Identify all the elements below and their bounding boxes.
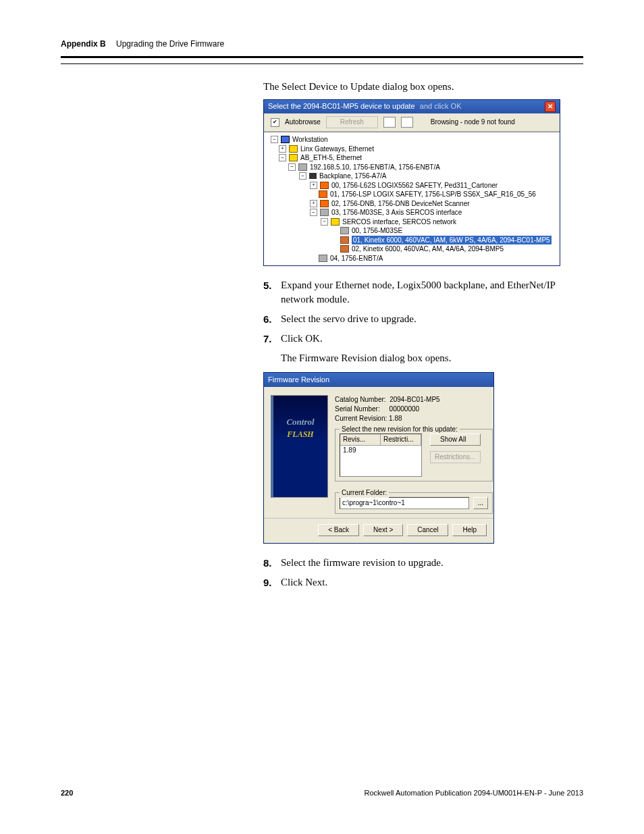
dialog-toolbar: ✔ Autobrowse Refresh Browsing - node 9 n… <box>264 113 560 132</box>
step-number: 9. <box>263 575 281 590</box>
tree-node[interactable]: −192.168.5.10, 1756-ENBT/A, 1756-ENBT/A <box>271 163 558 172</box>
folder-path: c:\progra~1\contro~1 <box>340 497 469 509</box>
tree-node-selected[interactable]: 01, Kinetix 6000, 460VAC, IAM, 6kW PS, 4… <box>271 236 558 245</box>
page-header: Appendix B Upgrading the Drive Firmware <box>61 37 583 70</box>
back-button[interactable]: < Back <box>318 524 359 536</box>
catalog-line: Catalog Number: 2094-BC01-MP5 <box>335 395 493 405</box>
step-text: Click OK. <box>281 332 323 346</box>
currev-line: Current Revision: 1.88 <box>335 414 493 423</box>
device-tree: −Workstation +Linx Gateways, Ethernet −A… <box>264 132 560 265</box>
step-text: Click Next. <box>281 575 327 590</box>
tree-node[interactable]: +02, 1756-DNB, 1756-DNB DeviceNet Scanne… <box>271 199 558 209</box>
controlflash-logo: Control FLASH <box>271 395 328 498</box>
current-folder-group: Current Folder: c:\progra~1\contro~1 ... <box>335 492 493 514</box>
appendix-label: Appendix B <box>61 39 106 49</box>
header-title: Upgrading the Drive Firmware <box>116 39 224 49</box>
restrictions-button: Restrictions... <box>430 451 481 463</box>
tree-node[interactable]: 00, 1756-M03SE <box>271 226 558 236</box>
page-number: 220 <box>61 789 73 797</box>
revision-item[interactable]: 1.89 <box>340 446 421 455</box>
firmware-revision-dialog: Firmware Revision Control FLASH Catalog … <box>263 372 494 544</box>
tree-node[interactable]: −AB_ETH-5, Ethernet <box>271 153 558 163</box>
dialog-titlebar: Select the 2094-BC01-MP5 device to updat… <box>264 100 560 113</box>
help-button[interactable]: Help <box>452 524 487 536</box>
select-device-dialog: Select the 2094-BC01-MP5 device to updat… <box>263 99 560 266</box>
title-bold: Select the 2094-BC01-MP5 device to updat… <box>268 102 415 110</box>
tree-node[interactable]: −SERCOS interface, SERCOS network <box>271 217 558 227</box>
tree-node[interactable]: 01, 1756-LSP LOGIX SAFETY, 1756-LSP/B SS… <box>271 190 558 199</box>
page-footer: 220 Rockwell Automation Publication 2094… <box>61 789 583 797</box>
list-icon[interactable] <box>383 117 396 128</box>
tree-node[interactable]: +00, 1756-L62S LOGIX5562 SAFETY, Ped311_… <box>271 181 558 190</box>
step-number: 6. <box>263 312 281 326</box>
cancel-button[interactable]: Cancel <box>407 524 448 536</box>
dialog-intro-1: The Select Device to Update dialog box o… <box>263 80 563 94</box>
revision-list[interactable]: Revis... Restricti... 1.89 <box>340 434 422 477</box>
tree-node[interactable]: 04, 1756-ENBT/A <box>271 254 558 263</box>
tree-node[interactable]: −Backplane, 1756-A7/A <box>271 172 558 181</box>
browse-button[interactable]: ... <box>473 497 488 509</box>
step-number: 8. <box>263 556 281 570</box>
step-number: 5. <box>263 278 281 307</box>
dialog-titlebar: Firmware Revision <box>264 373 493 387</box>
autobrowse-checkbox[interactable]: ✔ <box>271 118 279 127</box>
autobrowse-label: Autobrowse <box>285 118 321 127</box>
select-revision-group: Select the new revision for this update:… <box>335 429 493 481</box>
tree-node-workstation[interactable]: −Workstation <box>271 135 558 145</box>
tree-node[interactable]: −03, 1756-M03SE, 3 Axis SERCOS interface <box>271 208 558 217</box>
step-text: Expand your Ethernet node, Logix5000 bac… <box>281 278 563 307</box>
step-text: Select the firmware revision to upgrade. <box>281 556 444 570</box>
publication-line: Rockwell Automation Publication 2094-UM0… <box>365 789 583 797</box>
next-button[interactable]: Next > <box>363 524 403 536</box>
close-icon[interactable]: ✕ <box>545 101 556 112</box>
title-rest: and click OK <box>418 102 462 110</box>
tree-node[interactable]: 02, Kinetix 6000, 460VAC, AM, 4A/6A, 209… <box>271 244 558 254</box>
serial-line: Serial Number: 00000000 <box>335 405 493 414</box>
dialog-intro-2: The Firmware Revision dialog box opens. <box>281 351 563 365</box>
dialog-button-row: < Back Next > Cancel Help <box>264 519 493 543</box>
tree-node[interactable]: +Linx Gateways, Ethernet <box>271 145 558 154</box>
step-number: 7. <box>263 332 281 346</box>
showall-button[interactable]: Show All <box>430 434 481 446</box>
step-text: Select the servo drive to upgrade. <box>281 312 417 326</box>
grid-icon[interactable] <box>401 117 413 128</box>
browse-status: Browsing - node 9 not found <box>431 118 515 127</box>
refresh-button: Refresh <box>326 116 378 128</box>
